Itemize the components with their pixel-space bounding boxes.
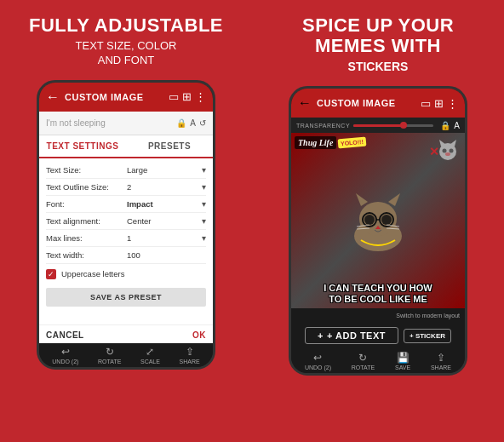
left-subheadline: TEXT SIZE, COLORAND FONT <box>76 39 177 68</box>
left-phone-top-bar: ← CUSTOM IMAGE ▭ ⊞ ⋮ <box>39 83 213 112</box>
right-rotate-label: ROTATE <box>352 365 375 370</box>
add-text-bar: + + ADD TEXT + STICKER <box>291 322 465 349</box>
svg-point-18 <box>450 149 454 153</box>
share-button[interactable]: ⇪ SHARE <box>180 346 200 365</box>
window-icon[interactable]: ▭ <box>169 90 179 103</box>
more-icon[interactable]: ⋮ <box>195 90 206 103</box>
right-panel: SPICE UP YOURMEMES WITH STICKERS ← CUSTO… <box>252 0 504 442</box>
meme-area: Thug Life YOLO!!! <box>291 133 465 308</box>
lock-icon-right: 🔒 <box>440 121 450 130</box>
add-text-button[interactable]: + + ADD TEXT <box>305 327 398 344</box>
transparency-slider[interactable] <box>353 124 433 127</box>
font-value: Impact <box>127 199 202 209</box>
right-window-icon[interactable]: ▭ <box>421 97 431 110</box>
svg-point-8 <box>381 215 392 225</box>
switch-layout-bar: Switch to modern layout <box>291 308 465 322</box>
max-lines-label: Max lines: <box>46 233 127 243</box>
right-undo-button[interactable]: ↩ UNDO (2) <box>305 352 331 370</box>
right-save-button[interactable]: 💾 SAVE <box>395 352 410 370</box>
tab-presets[interactable]: PRESETS <box>126 135 213 157</box>
share-icon: ⇪ <box>186 346 194 358</box>
rotate-icon: ↻ <box>106 346 114 358</box>
outline-size-row: Text Outline Size: 2 ▾ <box>46 179 206 196</box>
text-settings-dialog: TEXT SETTINGS PRESETS Text Size: Large ▾… <box>39 135 213 343</box>
uppercase-checkbox[interactable]: ✓ <box>46 269 56 279</box>
dialog-tabs: TEXT SETTINGS PRESETS <box>39 135 213 158</box>
meme-background: Thug Life YOLO!!! <box>291 133 465 308</box>
left-headline: FULLY ADJUSTABLE <box>29 15 223 36</box>
ok-button[interactable]: OK <box>192 330 206 340</box>
svg-point-7 <box>364 215 375 225</box>
left-bottom-bar: ↩ UNDO (2) ↻ ROTATE ⤢ SCALE ⇪ SHARE <box>39 343 213 367</box>
back-arrow-icon[interactable]: ← <box>46 89 60 105</box>
cat-svg <box>344 189 412 253</box>
alignment-dropdown[interactable]: ▾ <box>202 216 206 226</box>
add-sticker-button[interactable]: + STICKER <box>404 329 451 343</box>
switch-layout-text[interactable]: Switch to modern layout <box>396 313 460 319</box>
transparency-label: TRANSPARENCY <box>296 123 350 129</box>
plus-icon: + <box>318 330 324 341</box>
left-phone: ← CUSTOM IMAGE ▭ ⊞ ⋮ I'm not sleeping 🔒 … <box>37 80 215 370</box>
undo-label: UNDO (2) <box>52 359 78 365</box>
save-preset-button[interactable]: SAVE AS PRESET <box>46 288 206 307</box>
font-dropdown[interactable]: ▾ <box>202 199 206 209</box>
x-sticker[interactable]: ✕ <box>429 145 439 158</box>
left-phone-title: CUSTOM IMAGE <box>65 92 163 102</box>
outline-size-label: Text Outline Size: <box>46 182 127 192</box>
right-bottom-bar: ↩ UNDO (2) ↻ ROTATE 💾 SAVE ⇪ SHARE <box>291 349 465 373</box>
right-headline: SPICE UP YOURMEMES WITH <box>302 15 454 56</box>
text-width-value: 100 <box>127 250 206 260</box>
right-undo-icon: ↩ <box>313 352 322 364</box>
slider-thumb <box>400 122 407 129</box>
right-phone: ← CUSTOM IMAGE ▭ ⊞ ⋮ TRANSPARENCY 🔒 A Th… <box>289 86 467 376</box>
svg-point-19 <box>445 152 450 156</box>
svg-point-17 <box>443 149 447 153</box>
right-share-button[interactable]: ⇪ SHARE <box>431 352 451 370</box>
font-label: Font: <box>46 199 127 209</box>
text-size-label: Text Size: <box>46 165 127 175</box>
cancel-button[interactable]: CANCEL <box>46 330 84 340</box>
right-rotate-button[interactable]: ↻ ROTATE <box>352 352 375 370</box>
add-text-label: + ADD TEXT <box>327 330 386 341</box>
max-lines-row: Max lines: 1 ▾ <box>46 230 206 247</box>
uppercase-row: ✓ Uppercase letters <box>46 264 206 284</box>
rotate-label: ROTATE <box>98 359 121 365</box>
svg-marker-3 <box>388 193 400 206</box>
right-undo-label: UNDO (2) <box>305 365 331 370</box>
tab-text-settings[interactable]: TEXT SETTINGS <box>39 135 126 158</box>
outline-size-dropdown[interactable]: ▾ <box>202 182 206 192</box>
rotate-button[interactable]: ↻ ROTATE <box>98 346 121 365</box>
scale-label: SCALE <box>140 359 160 365</box>
dialog-rows: Text Size: Large ▾ Text Outline Size: 2 … <box>39 158 213 324</box>
alignment-label: Text alignment: <box>46 216 127 226</box>
undo-button[interactable]: ↩ UNDO (2) <box>52 346 78 365</box>
left-panel: FULLY ADJUSTABLE TEXT SIZE, COLORAND FON… <box>0 0 252 442</box>
cat-sticker-small[interactable] <box>436 138 460 165</box>
text-width-row: Text width: 100 <box>46 247 206 264</box>
uppercase-label: Uppercase letters <box>61 269 124 278</box>
transparency-bar: TRANSPARENCY 🔒 A <box>291 118 465 133</box>
text-input-field[interactable]: I'm not sleeping <box>46 118 173 128</box>
input-icons: 🔒 A ↺ <box>176 118 206 128</box>
right-more-icon[interactable]: ⋮ <box>447 97 458 110</box>
share-label: SHARE <box>180 359 200 365</box>
right-share-label: SHARE <box>431 365 451 370</box>
right-rotate-icon: ↻ <box>358 352 367 364</box>
right-save-label: SAVE <box>395 365 410 370</box>
text-size-dropdown[interactable]: ▾ <box>202 165 206 175</box>
thug-life-sticker[interactable]: Thug Life <box>295 136 336 149</box>
left-phone-top-icons: ▭ ⊞ ⋮ <box>169 90 206 103</box>
cat-sticker-svg <box>436 138 460 162</box>
dialog-footer: CANCEL OK <box>39 324 213 343</box>
alignment-value: Center <box>127 216 202 226</box>
max-lines-dropdown[interactable]: ▾ <box>202 233 206 243</box>
scale-button[interactable]: ⤢ SCALE <box>140 346 160 365</box>
text-size-row: Text Size: Large ▾ <box>46 162 206 179</box>
right-phone-top-icons: ▭ ⊞ ⋮ <box>421 97 458 110</box>
undo-icon: ↩ <box>61 346 70 358</box>
right-phone-top-bar: ← CUSTOM IMAGE ▭ ⊞ ⋮ <box>291 89 465 118</box>
slider-fill <box>353 124 402 127</box>
right-grid-icon[interactable]: ⊞ <box>434 97 444 110</box>
right-back-arrow-icon[interactable]: ← <box>298 95 312 111</box>
grid-icon[interactable]: ⊞ <box>182 90 192 103</box>
